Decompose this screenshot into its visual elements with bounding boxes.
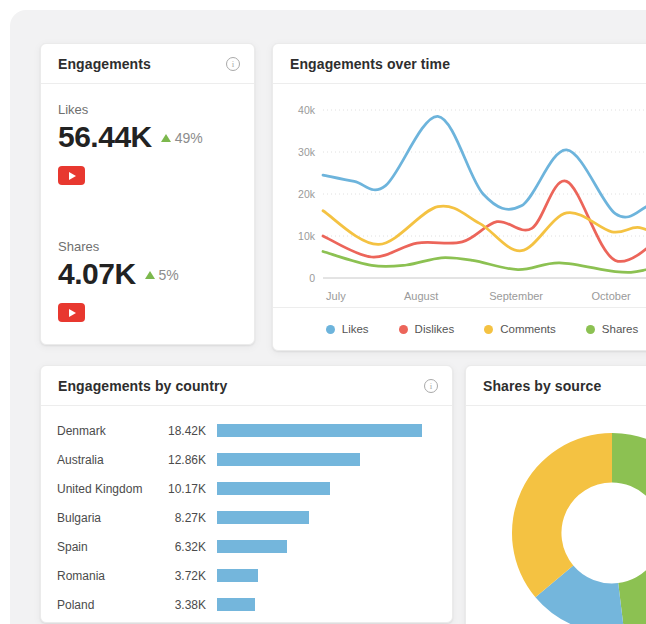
country-label: Bulgaria xyxy=(57,511,162,525)
card-title: Engagements by country xyxy=(58,378,227,394)
country-label: Poland xyxy=(57,598,162,612)
card-header: Shares by source xyxy=(466,366,646,406)
country-row: Poland3.38K xyxy=(41,590,452,619)
card-header: Engagements by country xyxy=(41,366,452,406)
series-line-dislikes[interactable] xyxy=(323,181,646,262)
legend-dot xyxy=(326,325,335,334)
x-tick-label: August xyxy=(404,290,438,302)
legend-label: Shares xyxy=(602,323,638,335)
line-chart[interactable]: 40k30k20k10k0JulyAugustSeptemberOctober xyxy=(273,84,646,309)
metric-label: Likes xyxy=(58,102,254,118)
country-bar[interactable] xyxy=(217,482,330,495)
play-icon xyxy=(69,309,76,317)
engagements-over-time-card: Engagements over time 40k30k20k10k0JulyA… xyxy=(272,43,646,351)
card-header: Engagements over time xyxy=(273,44,646,84)
country-row: Australia12.86K xyxy=(41,445,452,474)
trend-up-icon xyxy=(161,134,171,142)
donut-slice-2[interactable] xyxy=(512,433,612,597)
legend-label: Dislikes xyxy=(415,323,455,335)
country-label: Romania xyxy=(57,569,162,583)
country-value: 12.86K xyxy=(162,453,206,467)
legend-dot xyxy=(399,325,408,334)
series-line-shares[interactable] xyxy=(323,252,646,273)
card-title: Shares by source xyxy=(483,378,601,394)
legend-item-likes[interactable]: Likes xyxy=(326,323,369,335)
country-value: 3.38K xyxy=(162,598,206,612)
dashboard-panel: Engagements Likes56.44K49%Shares4.07K5% … xyxy=(10,10,646,624)
trend-up-icon xyxy=(145,271,155,279)
engagements-by-country-card: Engagements by country Denmark18.42KAust… xyxy=(40,365,453,623)
x-tick-label: October xyxy=(592,290,631,302)
card-title: Engagements over time xyxy=(290,56,450,72)
info-icon[interactable] xyxy=(424,379,438,393)
country-row: Denmark18.42K xyxy=(41,416,452,445)
country-row: Romania3.72K xyxy=(41,561,452,590)
country-bar[interactable] xyxy=(217,453,360,466)
y-tick-label: 20k xyxy=(298,188,316,200)
country-label: United Kingdom xyxy=(57,482,162,496)
country-value: 10.17K xyxy=(162,482,206,496)
info-icon[interactable] xyxy=(226,57,240,71)
play-icon xyxy=(69,172,76,180)
youtube-icon xyxy=(58,166,85,185)
metric-delta-value: 49% xyxy=(175,130,203,146)
analytics-dashboard: Engagements Likes56.44K49%Shares4.07K5% … xyxy=(0,0,646,624)
chart-legend: LikesDislikesCommentsShares xyxy=(273,307,646,350)
country-bar[interactable] xyxy=(217,540,287,553)
donut-chart[interactable] xyxy=(466,408,646,624)
metric-delta: 5% xyxy=(145,267,179,283)
card-header: Engagements xyxy=(41,44,254,84)
country-bar[interactable] xyxy=(217,424,422,437)
country-label: Australia xyxy=(57,453,162,467)
country-bar[interactable] xyxy=(217,598,255,611)
metric-shares: Shares4.07K5% xyxy=(58,239,254,322)
country-value: 18.42K xyxy=(162,424,206,438)
y-tick-label: 10k xyxy=(298,230,316,242)
country-label: Spain xyxy=(57,540,162,554)
country-bar[interactable] xyxy=(217,569,258,582)
y-tick-label: 30k xyxy=(298,146,316,158)
country-row: Bulgaria8.27K xyxy=(41,503,452,532)
legend-dot xyxy=(484,325,493,334)
metric-value: 56.44K xyxy=(58,120,152,154)
country-row: Spain6.32K xyxy=(41,532,452,561)
country-bar[interactable] xyxy=(217,511,309,524)
y-tick-label: 0 xyxy=(309,272,315,284)
country-label: Denmark xyxy=(57,424,162,438)
y-tick-label: 40k xyxy=(298,104,316,116)
engagements-card: Engagements Likes56.44K49%Shares4.07K5% xyxy=(40,43,255,345)
card-title: Engagements xyxy=(58,56,151,72)
legend-item-comments[interactable]: Comments xyxy=(484,323,556,335)
metric-value: 4.07K xyxy=(58,257,136,291)
legend-label: Likes xyxy=(342,323,369,335)
metric-delta: 49% xyxy=(161,130,203,146)
legend-dot xyxy=(586,325,595,334)
metric-label: Shares xyxy=(58,239,254,255)
engagement-metrics: Likes56.44K49%Shares4.07K5% xyxy=(41,102,254,322)
legend-item-shares[interactable]: Shares xyxy=(586,323,638,335)
country-row: United Kingdom10.17K xyxy=(41,474,452,503)
metric-delta-value: 5% xyxy=(159,267,179,283)
series-line-likes[interactable] xyxy=(323,116,646,217)
x-tick-label: September xyxy=(489,290,543,302)
youtube-icon xyxy=(58,303,85,322)
shares-by-source-card: Shares by source xyxy=(465,365,646,624)
metric-likes: Likes56.44K49% xyxy=(58,102,254,185)
x-tick-label: July xyxy=(326,290,346,302)
legend-item-dislikes[interactable]: Dislikes xyxy=(399,323,455,335)
country-value: 6.32K xyxy=(162,540,206,554)
country-bar-list: Denmark18.42KAustralia12.86KUnited Kingd… xyxy=(41,406,452,619)
country-value: 3.72K xyxy=(162,569,206,583)
legend-label: Comments xyxy=(500,323,556,335)
country-value: 8.27K xyxy=(162,511,206,525)
